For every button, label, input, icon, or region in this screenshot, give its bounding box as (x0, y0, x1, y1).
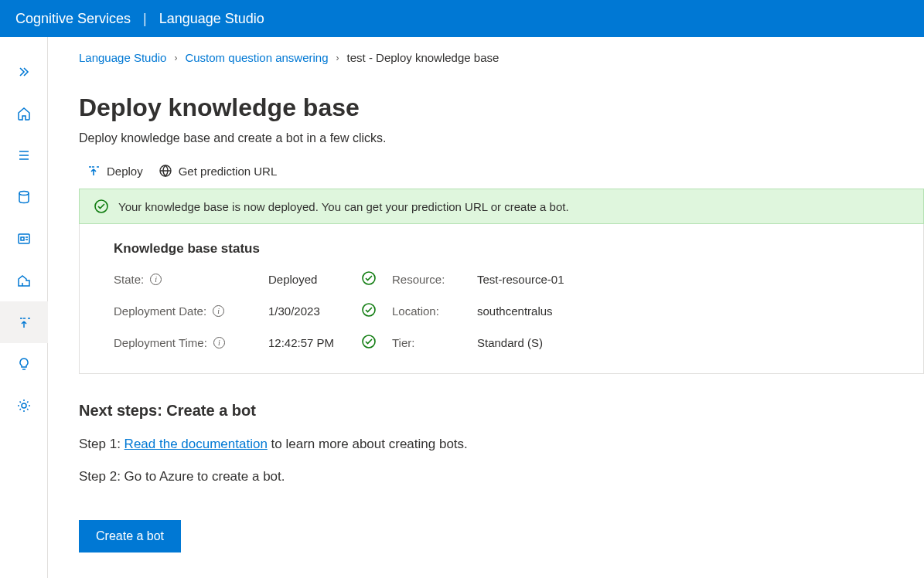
database-icon (16, 189, 32, 205)
documentation-link[interactable]: Read the documentation (124, 437, 268, 451)
value-location: southcentralus (477, 304, 889, 318)
gear-icon (16, 398, 32, 413)
info-icon[interactable] (213, 337, 225, 348)
deploy-icon (16, 314, 32, 330)
label-resource: Resource: (392, 273, 477, 286)
info-icon[interactable] (213, 305, 224, 317)
page-title: Deploy knowledge base (79, 94, 924, 122)
next-step2: Step 2: Go to Azure to create a bot. (79, 469, 924, 484)
value-resource: Test-resource-01 (477, 273, 889, 286)
value-date: 1/30/2023 (268, 304, 361, 318)
sidebar-home[interactable] (0, 93, 48, 134)
sidebar-deploy[interactable] (0, 301, 48, 343)
get-url-label: Get prediction URL (179, 165, 278, 178)
newspaper-icon (16, 231, 32, 246)
sidebar (0, 37, 48, 578)
label-time: Deployment Time: (114, 336, 268, 349)
sidebar-ideas[interactable] (0, 343, 48, 385)
svg-point-2 (22, 403, 26, 408)
deploy-button[interactable]: Deploy (87, 164, 143, 178)
lightbulb-icon (16, 356, 32, 372)
breadcrumb-link-cqa[interactable]: Custom question answering (185, 51, 328, 64)
svg-point-0 (19, 192, 29, 196)
status-heading: Knowledge base status (114, 241, 889, 257)
check-icon (361, 302, 392, 320)
list-icon (16, 148, 32, 163)
page-subtitle: Deploy knowledge base and create a bot i… (79, 131, 924, 145)
success-check-icon (94, 199, 109, 214)
label-state: State: (114, 273, 268, 286)
top-bar: Cognitive Services | Language Studio (0, 0, 924, 37)
check-icon (361, 334, 392, 352)
deploy-label: Deploy (107, 165, 143, 178)
status-card: Knowledge base status State: Deployed Re… (79, 224, 924, 374)
value-tier: Standard (S) (477, 336, 889, 349)
brand-label[interactable]: Cognitive Services (15, 11, 131, 27)
label-date: Deployment Date: (114, 304, 268, 318)
next-heading: Next steps: Create a bot (79, 402, 924, 420)
brand-separator: | (143, 11, 147, 27)
sidebar-buildings[interactable] (0, 260, 48, 301)
sidebar-settings[interactable] (0, 385, 48, 427)
check-icon (361, 270, 392, 288)
value-time: 12:42:57 PM (268, 336, 361, 349)
create-bot-button[interactable]: Create a bot (79, 520, 181, 552)
home-icon (16, 106, 32, 121)
get-url-button[interactable]: Get prediction URL (159, 164, 278, 178)
breadcrumb-link-studio[interactable]: Language Studio (79, 51, 166, 64)
sidebar-data[interactable] (0, 176, 48, 218)
success-banner: Your knowledge base is now deployed. You… (79, 189, 924, 224)
main-content: Language Studio › Custom question answer… (48, 37, 924, 578)
breadcrumb-current: test - Deploy knowledge base (347, 51, 500, 64)
buildings-icon (16, 273, 32, 288)
chevron-double-right-icon (18, 66, 30, 78)
sidebar-list[interactable] (0, 134, 48, 176)
value-state: Deployed (268, 273, 361, 286)
chevron-right-icon: › (336, 53, 339, 63)
globe-icon (159, 164, 172, 178)
banner-text: Your knowledge base is now deployed. You… (118, 200, 569, 213)
product-label[interactable]: Language Studio (159, 11, 264, 27)
sidebar-projects[interactable] (0, 218, 48, 260)
label-tier: Tier: (392, 336, 477, 349)
chevron-right-icon: › (174, 53, 177, 63)
breadcrumb: Language Studio › Custom question answer… (79, 51, 924, 64)
info-icon[interactable] (150, 274, 162, 285)
next-step1: Step 1: Read the documentation to learn … (79, 437, 924, 452)
toolbar: Deploy Get prediction URL (79, 164, 924, 178)
label-location: Location: (392, 304, 477, 318)
sidebar-expand[interactable] (0, 51, 48, 93)
next-steps: Next steps: Create a bot Step 1: Read th… (79, 402, 924, 484)
deploy-icon (87, 164, 101, 178)
